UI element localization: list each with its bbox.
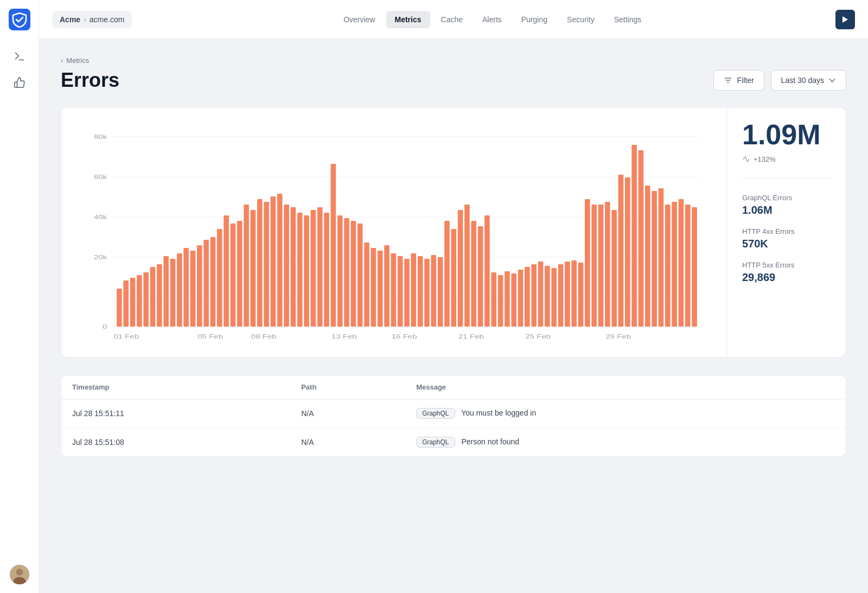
svg-rect-70 [451,229,456,327]
svg-rect-78 [505,271,510,327]
back-link[interactable]: ‹ Metrics [61,56,846,65]
user-avatar[interactable] [10,565,29,584]
col-path: Path [290,375,405,399]
svg-rect-43 [271,196,276,327]
table-body: Jul 28 15:51:11 N/A GraphQL You must be … [61,399,846,457]
nav-cache[interactable]: Cache [432,11,471,28]
svg-rect-101 [659,188,664,327]
svg-rect-21 [123,280,129,327]
cell-timestamp: Jul 28 15:51:08 [61,428,290,457]
svg-point-3 [16,569,23,576]
http5xx-errors-label: HTTP 5xx Errors [742,261,831,269]
nav-alerts[interactable]: Alerts [474,11,510,28]
svg-rect-33 [203,240,209,327]
breadcrumb-separator: › [84,15,86,24]
svg-text:08 Feb: 08 Feb [251,333,277,340]
filter-label: Filter [737,76,754,85]
col-timestamp: Timestamp [61,375,290,399]
svg-rect-35 [217,229,222,327]
svg-rect-105 [685,205,691,327]
svg-rect-74 [478,226,483,327]
svg-rect-98 [639,150,644,327]
svg-rect-50 [317,207,323,327]
svg-rect-45 [284,205,289,327]
svg-text:05 Feb: 05 Feb [197,333,223,340]
svg-text:29 Feb: 29 Feb [605,333,631,340]
breadcrumb[interactable]: Acme › acme.com [52,11,132,28]
table-row: Jul 28 15:51:08 N/A GraphQL Person not f… [61,428,846,457]
svg-rect-65 [418,256,423,327]
svg-rect-61 [391,253,397,327]
svg-rect-71 [458,210,463,327]
nav-settings[interactable]: Settings [605,11,650,28]
svg-rect-47 [297,213,303,327]
errors-table-container: Timestamp Path Message Jul 28 15:51:11 N… [61,375,846,457]
svg-rect-22 [130,278,136,327]
svg-rect-72 [464,205,470,327]
svg-rect-87 [565,262,570,327]
svg-text:20k: 20k [94,254,107,261]
cell-path: N/A [290,399,405,428]
svg-rect-84 [545,266,550,327]
svg-rect-53 [337,215,343,327]
chart-area: 80k 60k 40k 20k 0 [61,107,726,357]
svg-marker-5 [843,16,848,23]
svg-rect-95 [618,175,624,327]
svg-rect-29 [177,253,182,327]
svg-rect-23 [137,275,142,327]
svg-rect-91 [591,205,597,327]
svg-rect-68 [438,257,443,327]
svg-text:80k: 80k [94,133,107,141]
svg-text:21 Feb: 21 Feb [458,333,484,340]
nav-metrics[interactable]: Metrics [386,11,430,28]
svg-rect-36 [224,215,229,327]
stat-trend: ∿ +132% [742,153,831,178]
svg-rect-52 [331,164,336,327]
daterange-label: Last 30 days [781,76,824,85]
page-title: Errors [61,69,119,92]
svg-rect-37 [231,224,236,327]
header-controls: Filter Last 30 days [713,70,846,91]
svg-rect-46 [291,207,296,327]
trend-pct: +132% [754,155,776,163]
back-chevron: ‹ [61,56,63,65]
svg-rect-34 [210,237,216,327]
chart-card: 80k 60k 40k 20k 0 [61,107,846,358]
graphql-errors-label: GraphQL Errors [742,194,831,202]
svg-rect-99 [645,186,650,327]
play-button[interactable] [835,10,855,29]
svg-rect-90 [585,199,590,327]
svg-rect-89 [578,263,584,327]
svg-rect-54 [344,218,349,327]
tag-graphql: GraphQL [416,437,455,448]
page-header: Errors Filter Last 30 days [61,69,846,92]
filter-button[interactable]: Filter [713,70,764,91]
page-content: ‹ Metrics Errors Filter Last 30 days [39,39,868,593]
svg-rect-76 [491,272,496,327]
svg-rect-39 [244,205,249,327]
svg-text:13 Feb: 13 Feb [331,333,357,340]
svg-text:40k: 40k [94,214,107,221]
svg-rect-103 [672,202,677,327]
svg-rect-104 [679,199,684,327]
nav-security[interactable]: Security [558,11,603,28]
thumbs-up-down-icon[interactable] [9,72,30,93]
chart-container: 80k 60k 40k 20k 0 [74,120,713,348]
svg-rect-44 [277,194,283,327]
svg-text:16 Feb: 16 Feb [392,333,417,340]
svg-text:25 Feb: 25 Feb [525,333,551,340]
daterange-button[interactable]: Last 30 days [771,70,846,91]
terminal-icon[interactable] [9,46,30,67]
http4xx-errors-value: 570K [742,238,831,250]
svg-rect-51 [324,213,329,327]
app-logo[interactable] [9,9,30,30]
svg-rect-30 [183,248,189,327]
table-header: Timestamp Path Message [61,375,846,399]
nav-overview[interactable]: Overview [335,11,384,28]
svg-text:0: 0 [103,323,107,330]
back-label: Metrics [66,56,89,65]
svg-text:01 Feb: 01 Feb [113,333,139,340]
nav-purging[interactable]: Purging [513,11,556,28]
svg-rect-67 [431,255,436,327]
cell-timestamp: Jul 28 15:51:11 [61,399,290,428]
